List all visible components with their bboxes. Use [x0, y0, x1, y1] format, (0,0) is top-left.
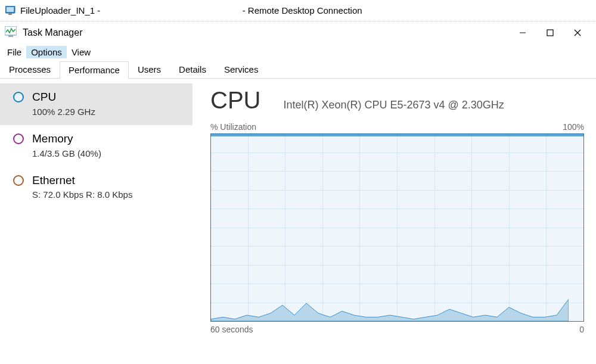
task-manager-icon [5, 26, 18, 39]
window-title: Task Manager [23, 27, 509, 38]
tab-performance[interactable]: Performance [60, 61, 129, 79]
sidebar-cpu-title: CPU [32, 91, 95, 104]
tab-users[interactable]: Users [129, 61, 170, 78]
chart-label-100pct: 100% [563, 122, 584, 132]
maximize-button[interactable] [536, 24, 564, 42]
chart-label-60s: 60 seconds [210, 325, 253, 334]
menu-file[interactable]: File [2, 46, 26, 58]
chart-max-line [211, 134, 583, 136]
cpu-utilization-chart[interactable] [210, 133, 584, 322]
minimize-button[interactable] [509, 24, 536, 42]
window-controls [509, 24, 591, 42]
chart-label-0: 0 [579, 325, 584, 334]
sidebar-item-memory[interactable]: Memory 1.4/3.5 GB (40%) [0, 125, 193, 167]
svg-rect-4 [8, 35, 13, 37]
chart-grid-vertical [211, 134, 583, 321]
tab-details[interactable]: Details [170, 61, 215, 78]
sidebar-cpu-sub: 100% 2.29 GHz [32, 107, 95, 117]
main-header: CPU Intel(R) Xeon(R) CPU E5-2673 v4 @ 2.… [210, 87, 584, 114]
chart-top-labels: % Utilization 100% [210, 122, 584, 132]
rdp-title-bar: FileUploader_IN_1 - - Remote Desktop Con… [0, 0, 596, 21]
svg-rect-2 [8, 13, 12, 15]
menu-options[interactable]: Options [26, 46, 67, 58]
sidebar-item-cpu[interactable]: CPU 100% 2.29 GHz [0, 83, 193, 125]
ethernet-ring-icon [13, 175, 24, 186]
chart-area-svg [211, 297, 569, 321]
cpu-ring-icon [13, 92, 24, 102]
svg-rect-6 [547, 30, 553, 36]
tab-services[interactable]: Services [215, 61, 268, 78]
content-area: CPU 100% 2.29 GHz Memory 1.4/3.5 GB (40%… [0, 79, 596, 364]
sidebar-item-ethernet[interactable]: Ethernet S: 72.0 Kbps R: 8.0 Kbps [0, 167, 193, 209]
chart-bottom-labels: 60 seconds 0 [210, 325, 584, 334]
memory-ring-icon [13, 133, 24, 144]
tab-bar: Processes Performance Users Details Serv… [0, 60, 596, 79]
menu-bar: File Options View [0, 44, 596, 60]
sidebar-ethernet-sub: S: 72.0 Kbps R: 8.0 Kbps [32, 189, 132, 200]
close-button[interactable] [564, 24, 591, 42]
chart-label-utilization: % Utilization [210, 122, 256, 132]
performance-sidebar: CPU 100% 2.29 GHz Memory 1.4/3.5 GB (40%… [0, 79, 193, 364]
main-heading: CPU [210, 87, 260, 114]
cpu-model-name: Intel(R) Xeon(R) CPU E5-2673 v4 @ 2.30GH… [283, 99, 504, 111]
tab-processes[interactable]: Processes [0, 61, 60, 78]
rdp-window-title: - Remote Desktop Connection [13, 5, 591, 15]
sidebar-ethernet-title: Ethernet [32, 174, 132, 188]
svg-rect-1 [7, 7, 14, 12]
performance-main: CPU Intel(R) Xeon(R) CPU E5-2673 v4 @ 2.… [193, 79, 596, 364]
task-manager-title-bar: Task Manager [0, 21, 596, 44]
sidebar-memory-title: Memory [32, 132, 101, 146]
sidebar-memory-sub: 1.4/3.5 GB (40%) [32, 148, 101, 158]
menu-view[interactable]: View [67, 46, 95, 58]
